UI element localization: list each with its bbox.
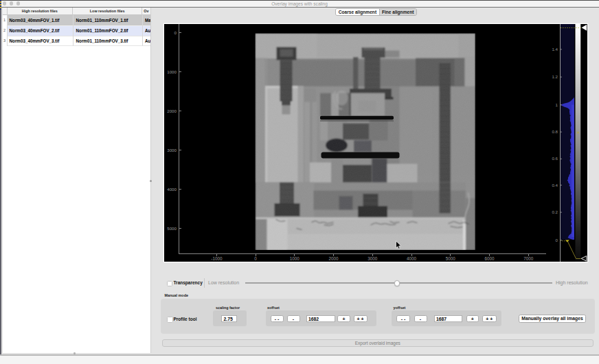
svg-text:0: 0 xyxy=(254,255,257,260)
svg-text:2000: 2000 xyxy=(167,108,177,113)
svg-text:0: 0 xyxy=(174,30,177,35)
svg-text:-1000: -1000 xyxy=(211,255,223,260)
svg-text:3000: 3000 xyxy=(368,255,378,260)
svg-text:1: 1 xyxy=(556,102,558,106)
svg-text:7000: 7000 xyxy=(523,255,534,260)
svg-text:0.6: 0.6 xyxy=(552,156,558,161)
svg-text:6000: 6000 xyxy=(485,255,495,260)
svg-text:0: 0 xyxy=(556,237,558,242)
svg-text:0.4: 0.4 xyxy=(552,182,558,187)
svg-text:5000: 5000 xyxy=(446,255,456,260)
svg-text:1.4: 1.4 xyxy=(552,46,558,51)
svg-text:0.8: 0.8 xyxy=(552,129,558,134)
svg-text:4000: 4000 xyxy=(167,186,177,191)
svg-text:5000: 5000 xyxy=(167,225,177,230)
svg-text:1.2: 1.2 xyxy=(552,74,558,79)
svg-text:4000: 4000 xyxy=(407,255,417,260)
svg-text:2000: 2000 xyxy=(329,255,339,260)
svg-text:3000: 3000 xyxy=(167,147,177,152)
svg-text:0.2: 0.2 xyxy=(552,209,558,214)
svg-text:1000: 1000 xyxy=(290,255,300,260)
svg-text:1000: 1000 xyxy=(167,69,177,73)
